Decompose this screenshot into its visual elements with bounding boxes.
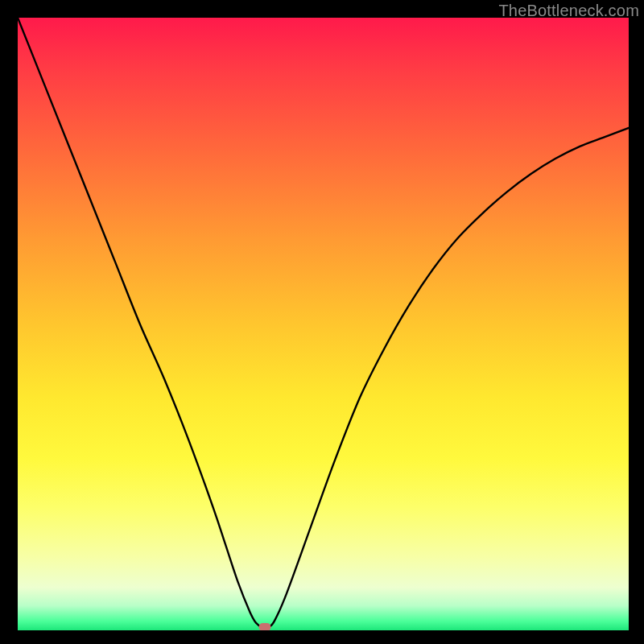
optimal-marker (259, 623, 271, 630)
chart-container: TheBottleneck.com (0, 0, 644, 644)
plot-area (18, 18, 629, 630)
curve-svg (18, 18, 629, 630)
bottleneck-curve (18, 18, 629, 628)
